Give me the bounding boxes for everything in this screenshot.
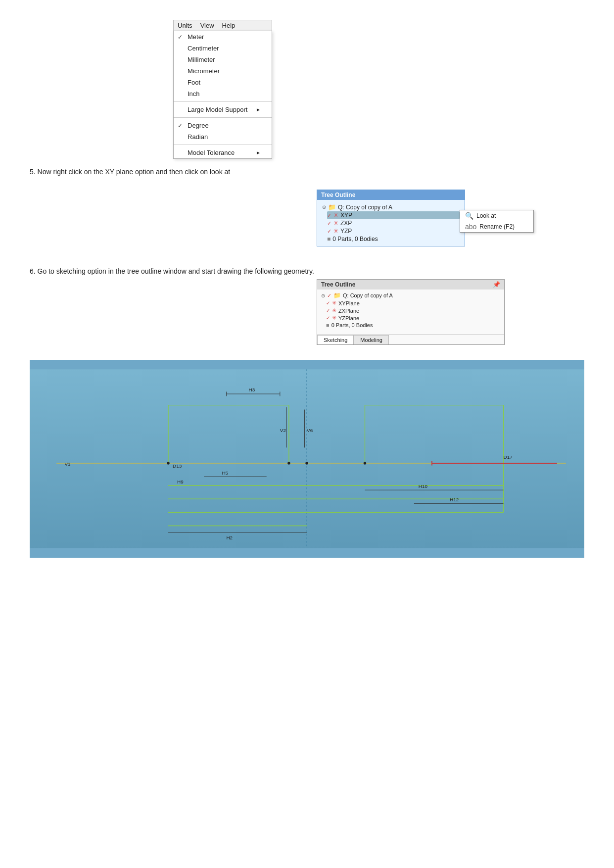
plane-zx-icon: ✳ (333, 220, 338, 227)
zxplane-label: ZXP (340, 220, 352, 227)
page: Units View Help ✓ Meter Centimeter (0, 0, 614, 578)
menu-container: Units View Help ✓ Meter Centimeter (173, 20, 272, 159)
d13-label: D13 (173, 463, 182, 469)
step6-text: 6. Go to sketching option in the tree ou… (30, 267, 584, 275)
tree-outline-label2: Tree Outline (321, 281, 355, 288)
pin-icon[interactable]: 📌 (493, 281, 500, 288)
geometry-svg: H3 V1 V2 V6 D13 D17 H9 H5 H10 H12 (30, 360, 584, 558)
dropdown-item-model-tolerance[interactable]: Model Tolerance ► (174, 147, 272, 158)
menu-help[interactable]: Help (222, 22, 236, 29)
parts-icon: ■ (327, 236, 331, 242)
meter-check-icon: ✓ (178, 34, 185, 41)
tree-outline-container2: Tree Outline 📌 ⊝ ✓ 📁 Q: Copy of copy of … (173, 279, 584, 345)
xyplane-label: XYP (340, 212, 352, 219)
tree-root-row[interactable]: ⊝ 📁 Q: Copy of copy of A (322, 203, 460, 211)
micrometer-check-icon (178, 68, 185, 75)
tree2-zxplane-row[interactable]: ✓ ✳ ZXPlane (326, 307, 500, 314)
v2-label: V2 (280, 428, 286, 433)
dropdown-item-inch[interactable]: Inch (174, 88, 272, 99)
context-rename[interactable]: abo Rename (F2) (460, 221, 533, 232)
yzplane-label: YZP (340, 228, 352, 235)
tree2-yzplane-label: YZPlane (338, 315, 359, 321)
tree-outline-content1: ⊝ 📁 Q: Copy of copy of A ✓ ✳ XYP ✓ ✳ (317, 200, 465, 246)
v1-label: V1 (64, 461, 71, 467)
dropdown-item-meter[interactable]: ✓ Meter (174, 31, 272, 43)
folder-icon: 📁 (328, 203, 336, 211)
units-dropdown: ✓ Meter Centimeter Millimeter Micrometer (173, 31, 272, 159)
tree2-expand-icon: ⊝ (321, 293, 325, 298)
rename-icon: abo (465, 223, 476, 231)
geometry-canvas: H3 V1 V2 V6 D13 D17 H9 H5 H10 H12 (30, 360, 584, 558)
context-look-at-label: Look at (476, 212, 496, 219)
tree-expand-icon: ⊝ (322, 204, 326, 210)
checkmark-zx-icon: ✓ (327, 220, 331, 227)
tree2-plane-xy-icon: ✳ (332, 300, 336, 306)
h3-label: H3 (249, 387, 255, 393)
tree2-yzplane-row[interactable]: ✓ ✳ YZPlane (326, 314, 500, 322)
dropdown-item-radian[interactable]: Radian (174, 131, 272, 143)
h9-label: H9 (177, 479, 184, 484)
tree-outline-box1: Tree Outline ⊝ 📁 Q: Copy of copy of A ✓ … (317, 190, 465, 246)
menu-view[interactable]: View (200, 22, 214, 29)
dropdown-item-degree[interactable]: ✓ Degree (174, 120, 272, 131)
svg-point-26 (305, 462, 308, 464)
tree2-zxplane-label: ZXPlane (338, 308, 359, 314)
tree-root-label: Q: Copy of copy of A (338, 204, 392, 211)
section1: Units View Help ✓ Meter Centimeter (30, 20, 584, 176)
look-at-icon: 🔍 (465, 212, 473, 220)
foot-check-icon (178, 79, 185, 86)
tree-outline-title1: Tree Outline (317, 190, 465, 200)
v6-label: V6 (307, 428, 313, 433)
plane-xy-icon: ✳ (333, 212, 338, 219)
context-menu: 🔍 Look at abo Rename (F2) (460, 210, 534, 233)
divider3 (174, 145, 272, 145)
dropdown-item-millimeter[interactable]: Millimeter (174, 54, 272, 65)
tree-content2: ⊝ ✓ 📁 Q: Copy of copy of A ✓ ✳ XYPlane ✓ (317, 289, 504, 331)
tree2-plane-zx-icon: ✳ (332, 307, 336, 314)
tree2-parts-row: ■ 0 Parts, 0 Bodies (326, 322, 500, 329)
radian-check-icon (178, 134, 185, 141)
dropdown-item-micrometer[interactable]: Micrometer (174, 65, 272, 77)
tree-parts-row: ■ 0 Parts, 0 Bodies (327, 235, 460, 243)
menu-units[interactable]: Units (178, 22, 192, 29)
menu-bar[interactable]: Units View Help (173, 20, 272, 31)
section3: 6. Go to sketching option in the tree ou… (30, 267, 584, 352)
tree2-xyplane-row[interactable]: ✓ ✳ XYPlane (326, 299, 500, 307)
dropdown-item-foot[interactable]: Foot (174, 77, 272, 88)
tree2-parts-icon: ■ (326, 322, 330, 328)
sketch-tabs: Sketching Modeling (317, 335, 504, 344)
section2: Tree Outline ⊝ 📁 Q: Copy of copy of A ✓ … (30, 190, 584, 253)
model-tolerance-submenu-arrow: ► (256, 150, 261, 155)
d17-label: D17 (504, 454, 513, 460)
svg-point-24 (167, 462, 169, 464)
tab-modeling[interactable]: Modeling (354, 335, 389, 344)
tree2-root-label: Q: Copy of copy of A (343, 292, 393, 298)
tab-sketching[interactable]: Sketching (317, 335, 354, 344)
context-look-at[interactable]: 🔍 Look at (460, 210, 533, 221)
tree-xyplane-row[interactable]: ✓ ✳ XYP (327, 211, 460, 219)
dropdown-item-centimeter[interactable]: Centimeter (174, 43, 272, 54)
tree2-check-xy: ✓ (326, 300, 330, 306)
tree-zxplane-row[interactable]: ✓ ✳ ZXP (327, 219, 460, 227)
tree-yzplane-row[interactable]: ✓ ✳ YZP (327, 227, 460, 235)
svg-point-27 (364, 462, 366, 464)
tree2-root-row[interactable]: ⊝ ✓ 📁 Q: Copy of copy of A (321, 291, 500, 299)
degree-check-icon: ✓ (178, 122, 185, 129)
dropdown-item-large-model[interactable]: Large Model Support ► (174, 104, 272, 115)
tree2-plane-yz-icon: ✳ (332, 315, 336, 321)
tree-outline-title2: Tree Outline 📌 (317, 280, 504, 289)
h2-label: H2 (226, 535, 233, 540)
svg-point-25 (287, 462, 290, 464)
tree2-parts-label: 0 Parts, 0 Bodies (331, 322, 373, 328)
h10-label: H10 (419, 483, 428, 489)
millimeter-check-icon (178, 56, 185, 63)
tree2-check-yz: ✓ (326, 315, 330, 321)
large-model-check-icon (178, 106, 185, 113)
centimeter-check-icon (178, 45, 185, 52)
divider1 (174, 101, 272, 102)
model-tolerance-check-icon (178, 149, 185, 156)
step5-text: 5. Now right click on the XY plane optio… (30, 168, 230, 176)
inch-check-icon (178, 91, 185, 97)
context-rename-label: Rename (F2) (479, 223, 515, 230)
tree2-xyplane-label: XYPlane (338, 300, 360, 306)
